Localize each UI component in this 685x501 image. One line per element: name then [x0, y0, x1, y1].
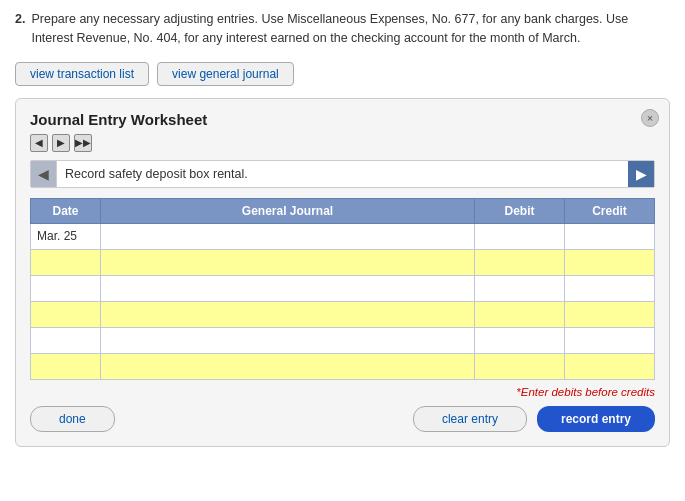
table-row [31, 275, 655, 301]
col-credit-header: Credit [565, 198, 655, 223]
hint-text: *Enter debits before credits [30, 386, 655, 398]
view-journal-button[interactable]: view general journal [157, 62, 294, 86]
close-button[interactable]: × [641, 109, 659, 127]
journal-cell[interactable] [101, 275, 475, 301]
debit-cell[interactable] [475, 353, 565, 379]
table-row [31, 301, 655, 327]
credit-cell[interactable] [565, 353, 655, 379]
col-debit-header: Debit [475, 198, 565, 223]
credit-cell[interactable] [565, 275, 655, 301]
date-cell [31, 301, 101, 327]
col-journal-header: General Journal [101, 198, 475, 223]
credit-cell[interactable] [565, 327, 655, 353]
clear-entry-button[interactable]: clear entry [413, 406, 527, 432]
right-arrow-icon: ▶ [636, 166, 647, 182]
instruction-number: 2. [15, 10, 25, 48]
date-cell: Mar. 25 [31, 223, 101, 249]
journal-cell[interactable] [101, 249, 475, 275]
done-button[interactable]: done [30, 406, 115, 432]
nav-icon-3[interactable]: ▶▶ [74, 134, 92, 152]
table-row [31, 327, 655, 353]
journal-table: Date General Journal Debit Credit Mar. 2… [30, 198, 655, 380]
credit-cell[interactable] [565, 301, 655, 327]
worksheet-container: × Journal Entry Worksheet ◀ ▶ ▶▶ ◀ Recor… [15, 98, 670, 447]
date-cell [31, 275, 101, 301]
date-cell [31, 249, 101, 275]
worksheet-title: Journal Entry Worksheet [30, 111, 655, 128]
journal-cell[interactable] [101, 301, 475, 327]
journal-cell[interactable] [101, 327, 475, 353]
table-row: Mar. 25 [31, 223, 655, 249]
date-cell [31, 327, 101, 353]
col-date-header: Date [31, 198, 101, 223]
top-buttons-row: view transaction list view general journ… [15, 62, 670, 86]
description-row: ◀ Record safety deposit box rental. ▶ [30, 160, 655, 188]
debit-cell[interactable] [475, 327, 565, 353]
debit-cell[interactable] [475, 301, 565, 327]
record-entry-button[interactable]: record entry [537, 406, 655, 432]
debit-cell[interactable] [475, 249, 565, 275]
nav-icon-2[interactable]: ▶ [52, 134, 70, 152]
table-row [31, 353, 655, 379]
date-cell [31, 353, 101, 379]
credit-cell[interactable] [565, 223, 655, 249]
debit-cell[interactable] [475, 275, 565, 301]
nav-icon-1[interactable]: ◀ [30, 134, 48, 152]
instruction-block: 2. Prepare any necessary adjusting entri… [15, 10, 670, 48]
next-arrow-button[interactable]: ▶ [628, 161, 654, 187]
instruction-text: Prepare any necessary adjusting entries.… [31, 10, 670, 48]
bottom-center-buttons: clear entry record entry [413, 406, 655, 432]
prev-arrow-button[interactable]: ◀ [31, 161, 57, 187]
left-arrow-icon: ◀ [38, 166, 49, 182]
journal-cell[interactable] [101, 223, 475, 249]
description-text: Record safety deposit box rental. [57, 161, 628, 187]
credit-cell[interactable] [565, 249, 655, 275]
table-row [31, 249, 655, 275]
debit-cell[interactable] [475, 223, 565, 249]
nav-icons-row: ◀ ▶ ▶▶ [30, 134, 655, 152]
bottom-buttons-row: done clear entry record entry [30, 406, 655, 432]
view-transaction-button[interactable]: view transaction list [15, 62, 149, 86]
journal-cell[interactable] [101, 353, 475, 379]
